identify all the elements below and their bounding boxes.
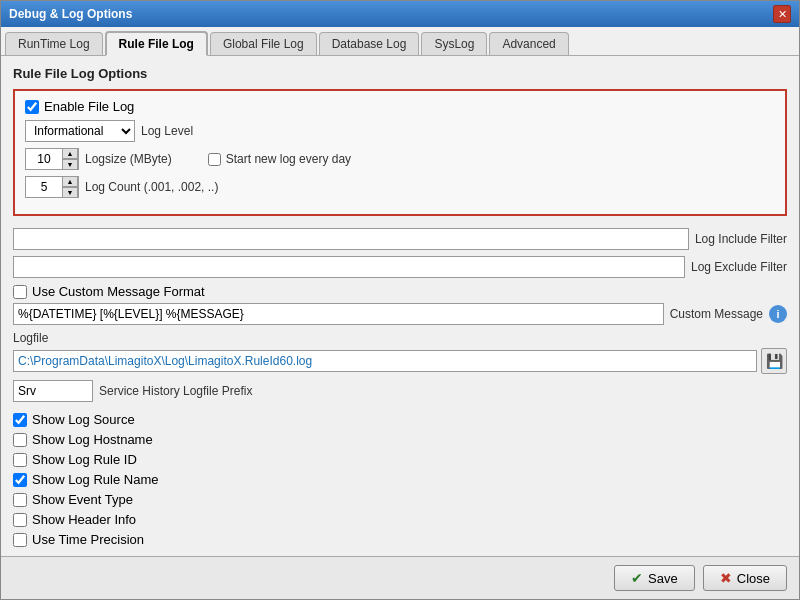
logfile-section: Logfile C:\ProgramData\LimagitoX\Log\Lim… (13, 331, 787, 374)
main-window: Debug & Log Options ✕ RunTime Log Rule F… (0, 0, 800, 600)
logfile-section-label: Logfile (13, 331, 787, 345)
close-label: Close (737, 571, 770, 586)
close-button[interactable]: ✖ Close (703, 565, 787, 591)
logsize-row: 10 ▲ ▼ Logsize (MByte) Start new log eve… (25, 148, 775, 170)
close-icon: ✖ (720, 570, 732, 586)
save-icon: ✔ (631, 570, 643, 586)
show-log-rule-id-label: Show Log Rule ID (32, 452, 137, 467)
show-header-info-label: Show Header Info (32, 512, 136, 527)
show-log-hostname-row: Show Log Hostname (13, 432, 787, 447)
custom-message-info-icon[interactable]: i (769, 305, 787, 323)
window-close-button[interactable]: ✕ (773, 5, 791, 23)
tab-advanced[interactable]: Advanced (489, 32, 568, 55)
tab-runtime[interactable]: RunTime Log (5, 32, 103, 55)
rule-file-log-options-section: Enable File Log Informational Debug Warn… (13, 89, 787, 216)
show-log-rule-name-label: Show Log Rule Name (32, 472, 158, 487)
use-time-precision-label: Use Time Precision (32, 532, 144, 547)
title-bar: Debug & Log Options ✕ (1, 1, 799, 27)
show-log-source-row: Show Log Source (13, 412, 787, 427)
show-log-rule-id-checkbox[interactable] (13, 453, 27, 467)
logsize-spinner[interactable]: 10 ▲ ▼ (25, 148, 79, 170)
start-new-log-label: Start new log every day (226, 152, 351, 166)
custom-message-row: %{DATETIME} [%{LEVEL}] %{MESSAGE} Custom… (13, 303, 787, 325)
enable-file-log-text: Enable File Log (44, 99, 134, 114)
use-custom-message-row: Use Custom Message Format (13, 284, 787, 299)
service-history-label: Service History Logfile Prefix (99, 384, 252, 398)
enable-file-log-row: Enable File Log (25, 99, 775, 114)
logfile-save-icon: 💾 (766, 353, 783, 369)
options-checkboxes: Show Log Source Show Log Hostname Show L… (13, 412, 787, 547)
show-log-hostname-label: Show Log Hostname (32, 432, 153, 447)
start-new-log-checkbox[interactable] (208, 153, 221, 166)
logsize-spinner-buttons: ▲ ▼ (62, 148, 78, 170)
custom-message-label: Custom Message (670, 307, 763, 321)
tab-rulefile[interactable]: Rule File Log (105, 31, 208, 56)
use-time-precision-row: Use Time Precision (13, 532, 787, 547)
logfile-save-button[interactable]: 💾 (761, 348, 787, 374)
footer: ✔ Save ✖ Close (1, 556, 799, 599)
show-event-type-label: Show Event Type (32, 492, 133, 507)
tab-syslog[interactable]: SysLog (421, 32, 487, 55)
logsize-input[interactable]: 10 (26, 149, 62, 169)
save-button[interactable]: ✔ Save (614, 565, 695, 591)
tab-database[interactable]: Database Log (319, 32, 420, 55)
log-count-down-button[interactable]: ▼ (62, 187, 78, 198)
use-custom-message-checkbox[interactable] (13, 285, 27, 299)
log-count-spinner[interactable]: 5 ▲ ▼ (25, 176, 79, 198)
show-event-type-checkbox[interactable] (13, 493, 27, 507)
show-event-type-row: Show Event Type (13, 492, 787, 507)
section-title: Rule File Log Options (13, 66, 787, 81)
service-history-row: Srv Service History Logfile Prefix (13, 380, 787, 402)
use-time-precision-checkbox[interactable] (13, 533, 27, 547)
log-count-spinner-buttons: ▲ ▼ (62, 176, 78, 198)
logsize-label: Logsize (MByte) (85, 152, 172, 166)
log-include-filter-label: Log Include Filter (695, 232, 787, 246)
tab-bar: RunTime Log Rule File Log Global File Lo… (1, 27, 799, 56)
save-label: Save (648, 571, 678, 586)
logsize-up-button[interactable]: ▲ (62, 148, 78, 159)
log-exclude-filter-label: Log Exclude Filter (691, 260, 787, 274)
show-log-source-label: Show Log Source (32, 412, 135, 427)
enable-file-log-checkbox[interactable] (25, 100, 39, 114)
log-count-row: 5 ▲ ▼ Log Count (.001, .002, ..) (25, 176, 775, 198)
show-log-rule-id-row: Show Log Rule ID (13, 452, 787, 467)
show-log-rule-name-checkbox[interactable] (13, 473, 27, 487)
log-exclude-filter-input[interactable] (13, 256, 685, 278)
show-header-info-row: Show Header Info (13, 512, 787, 527)
show-log-rule-name-row: Show Log Rule Name (13, 472, 787, 487)
main-content: Rule File Log Options Enable File Log In… (1, 56, 799, 556)
logfile-input[interactable]: C:\ProgramData\LimagitoX\Log\LimagitoX.R… (13, 350, 757, 372)
log-include-filter-input[interactable] (13, 228, 689, 250)
log-level-dropdown[interactable]: Informational Debug Warning Error (25, 120, 135, 142)
log-count-input[interactable]: 5 (26, 177, 62, 197)
use-custom-message-text: Use Custom Message Format (32, 284, 205, 299)
show-header-info-checkbox[interactable] (13, 513, 27, 527)
custom-message-input[interactable]: %{DATETIME} [%{LEVEL}] %{MESSAGE} (13, 303, 664, 325)
log-count-up-button[interactable]: ▲ (62, 176, 78, 187)
tab-globalfile[interactable]: Global File Log (210, 32, 317, 55)
log-count-label: Log Count (.001, .002, ..) (85, 180, 218, 194)
service-history-input[interactable]: Srv (13, 380, 93, 402)
log-exclude-filter-row: Log Exclude Filter (13, 256, 787, 278)
logfile-row: C:\ProgramData\LimagitoX\Log\LimagitoX.R… (13, 348, 787, 374)
log-level-row: Informational Debug Warning Error Log Le… (25, 120, 775, 142)
enable-file-log-label[interactable]: Enable File Log (25, 99, 134, 114)
window-title: Debug & Log Options (9, 7, 132, 21)
show-log-source-checkbox[interactable] (13, 413, 27, 427)
log-level-label: Log Level (141, 124, 193, 138)
log-include-filter-row: Log Include Filter (13, 228, 787, 250)
use-custom-message-label[interactable]: Use Custom Message Format (13, 284, 205, 299)
show-log-hostname-checkbox[interactable] (13, 433, 27, 447)
logsize-down-button[interactable]: ▼ (62, 159, 78, 170)
